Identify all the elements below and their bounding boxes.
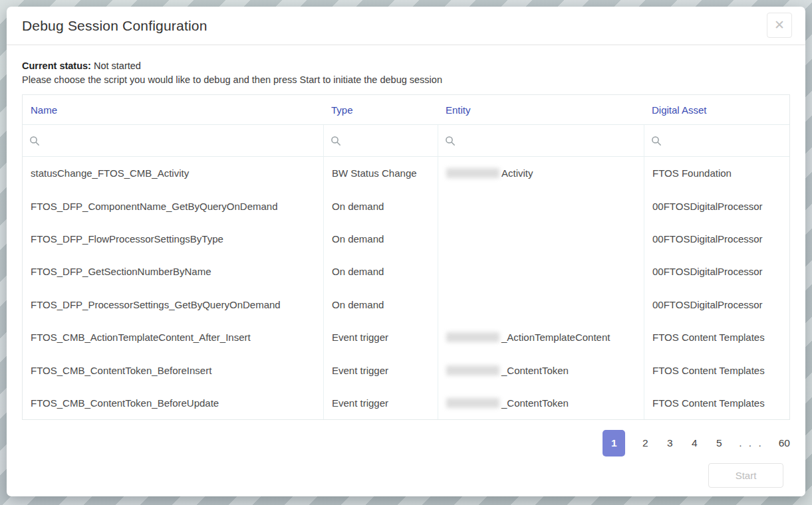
- column-header-name[interactable]: Name: [23, 95, 323, 124]
- page-4[interactable]: 4: [690, 437, 699, 449]
- table-row[interactable]: FTOS_DFP_ProcessorSettings_GetByQueryOnD…: [23, 288, 789, 321]
- cell-digital_asset: FTOS Content Templates: [644, 354, 789, 386]
- cell-type: On demand: [323, 223, 438, 255]
- cell-entity: Activity: [438, 157, 644, 189]
- table-row[interactable]: FTOS_CMB_ContentToken_BeforeUpdateEvent …: [23, 387, 789, 419]
- cell-name: FTOS_DFP_ProcessorSettings_GetByQueryOnD…: [23, 288, 323, 321]
- cell-digital_asset: FTOS Content Templates: [644, 387, 789, 419]
- cell-text: _ActionTemplateContent: [501, 332, 610, 343]
- instruction-text: Please choose the script you would like …: [22, 73, 790, 87]
- close-icon[interactable]: ✕: [767, 13, 792, 38]
- dialog-body: Current status: Not started Please choos…: [7, 45, 805, 488]
- cell-text: _ContentToken: [501, 397, 569, 409]
- search-input-type[interactable]: [346, 136, 431, 146]
- search-input-entity[interactable]: [460, 136, 637, 146]
- table-row[interactable]: FTOS_CMB_ContentToken_BeforeInsertEvent …: [23, 354, 789, 386]
- cell-digital_asset: 00FTOSDigitalProcessor: [644, 223, 789, 255]
- cell-text: _ContentToken: [501, 365, 569, 376]
- search-input-digital_asset[interactable]: [666, 136, 787, 146]
- cell-entity: _ActionTemplateContent: [438, 321, 644, 354]
- cell-text: FTOS Content Templates: [652, 365, 765, 376]
- cell-name: FTOS_CMB_ActionTemplateContent_After_Ins…: [23, 321, 323, 354]
- cell-name: statusChange_FTOS_CMB_Activity: [23, 157, 323, 189]
- start-button[interactable]: Start: [708, 463, 783, 488]
- cell-text: On demand: [332, 201, 384, 212]
- cell-text: FTOS Content Templates: [652, 397, 765, 409]
- cell-name: FTOS_DFP_ComponentName_GetByQueryOnDeman…: [23, 189, 323, 222]
- redacted-text: [446, 365, 499, 375]
- search-icon: [29, 136, 40, 146]
- table-row[interactable]: FTOS_DFP_FlowProcessorSettingsByTypeOn d…: [23, 223, 789, 255]
- pagination: 12345. . .60: [22, 430, 790, 456]
- page-60[interactable]: 60: [779, 437, 790, 449]
- search-cell-name: [23, 125, 323, 156]
- cell-text: FTOS_DFP_GetSectionNumberByName: [31, 266, 211, 277]
- cell-type: Event trigger: [323, 354, 438, 386]
- table-row[interactable]: FTOS_DFP_GetSectionNumberByNameOn demand…: [23, 255, 789, 288]
- search-icon: [445, 136, 456, 146]
- search-cell-digital_asset: [644, 125, 793, 156]
- table-search-row: [23, 124, 789, 157]
- cell-entity: _ContentToken: [438, 387, 644, 419]
- cell-text: FTOS Content Templates: [652, 332, 765, 343]
- cell-text: BW Status Change: [332, 167, 417, 179]
- footer-actions: Start: [22, 463, 783, 488]
- scripts-table: NameTypeEntityDigital Asset statusChange…: [22, 94, 790, 420]
- cell-digital_asset: 00FTOSDigitalProcessor: [644, 255, 789, 288]
- status-line: Current status: Not started: [22, 59, 790, 73]
- dialog-header: Debug Session Configuration ✕: [7, 7, 805, 45]
- cell-name: FTOS_DFP_FlowProcessorSettingsByType: [23, 223, 323, 255]
- page-2[interactable]: 2: [640, 437, 650, 449]
- cell-text: 00FTOSDigitalProcessor: [652, 299, 763, 310]
- page-1[interactable]: 1: [603, 430, 625, 456]
- redacted-text: [446, 398, 499, 408]
- search-input-name[interactable]: [45, 136, 317, 146]
- table-row[interactable]: FTOS_DFP_ComponentName_GetByQueryOnDeman…: [23, 189, 789, 222]
- cell-type: On demand: [323, 288, 438, 321]
- column-header-digital_asset[interactable]: Digital Asset: [644, 95, 789, 124]
- search-icon: [331, 136, 341, 146]
- cell-type: BW Status Change: [323, 157, 438, 189]
- cell-entity: [438, 255, 644, 288]
- cell-digital_asset: 00FTOSDigitalProcessor: [644, 288, 789, 321]
- cell-type: Event trigger: [323, 321, 438, 354]
- cell-text: On demand: [332, 266, 384, 277]
- cell-text: Event trigger: [332, 397, 388, 409]
- cell-type: On demand: [323, 255, 438, 288]
- search-icon: [651, 136, 662, 146]
- page-3[interactable]: 3: [665, 437, 674, 449]
- column-header-entity[interactable]: Entity: [438, 95, 644, 124]
- cell-text: FTOS_CMB_ContentToken_BeforeInsert: [31, 365, 211, 376]
- cell-name: FTOS_DFP_GetSectionNumberByName: [23, 255, 323, 288]
- cell-text: On demand: [332, 233, 384, 245]
- debug-session-dialog: Debug Session Configuration ✕ Current st…: [7, 7, 805, 496]
- cell-text: Event trigger: [332, 365, 388, 376]
- cell-entity: _ContentToken: [438, 354, 644, 386]
- cell-text: 00FTOSDigitalProcessor: [652, 233, 763, 245]
- dialog-title: Debug Session Configuration: [22, 18, 207, 34]
- table-row[interactable]: statusChange_FTOS_CMB_ActivityBW Status …: [23, 157, 789, 189]
- table-row[interactable]: FTOS_CMB_ActionTemplateContent_After_Ins…: [23, 321, 789, 354]
- cell-entity: [438, 189, 644, 222]
- cell-text: 00FTOSDigitalProcessor: [652, 201, 763, 212]
- cell-name: FTOS_CMB_ContentToken_BeforeInsert: [23, 354, 323, 386]
- redacted-text: [446, 168, 499, 178]
- cell-text: FTOS_CMB_ActionTemplateContent_After_Ins…: [31, 332, 251, 343]
- cell-text: Activity: [501, 167, 533, 179]
- cell-entity: [438, 288, 644, 321]
- table-header-row: NameTypeEntityDigital Asset: [23, 95, 789, 124]
- cell-text: FTOS Foundation: [652, 167, 732, 179]
- table-body: statusChange_FTOS_CMB_ActivityBW Status …: [23, 157, 789, 419]
- search-cell-entity: [438, 125, 644, 156]
- page-5[interactable]: 5: [714, 437, 724, 449]
- status-label: Current status:: [22, 60, 91, 71]
- cell-digital_asset: 00FTOSDigitalProcessor: [644, 189, 789, 222]
- status-value: Not started: [94, 60, 141, 71]
- cell-type: Event trigger: [323, 387, 438, 419]
- cell-text: FTOS_CMB_ContentToken_BeforeUpdate: [31, 397, 219, 409]
- search-cell-type: [323, 125, 438, 156]
- cell-digital_asset: FTOS Content Templates: [644, 321, 789, 354]
- cell-name: FTOS_CMB_ContentToken_BeforeUpdate: [23, 387, 323, 419]
- cell-text: Event trigger: [332, 332, 388, 343]
- column-header-type[interactable]: Type: [323, 95, 438, 124]
